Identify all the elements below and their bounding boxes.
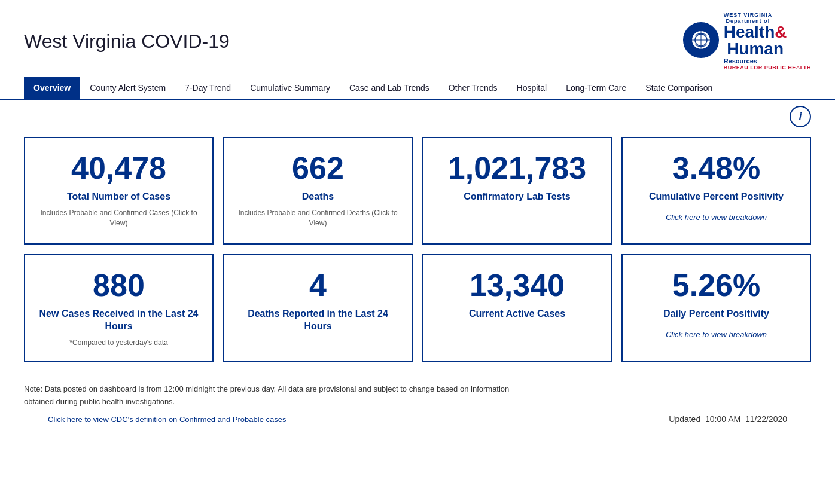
cumulative-positivity-label: Cumulative Percent Positivity bbox=[649, 191, 784, 203]
page-title: West Virginia COVID-19 bbox=[24, 30, 230, 53]
logo-area: WEST VIRGINIADepartment of Health&Human … bbox=[683, 12, 811, 71]
new-cases-sublabel: *Compared to yesterday's data bbox=[69, 338, 167, 348]
deaths-sublabel: Includes Probable and Confirmed Deaths (… bbox=[234, 208, 402, 228]
card-daily-positivity[interactable]: 5.26% Daily Percent Positivity Click her… bbox=[621, 254, 811, 362]
info-icon-row: i bbox=[0, 100, 835, 127]
header: West Virginia COVID-19 WEST VIRGINIADepa… bbox=[0, 0, 835, 77]
nav-item-cumulative-summary[interactable]: Cumulative Summary bbox=[240, 77, 340, 99]
total-cases-number: 40,478 bbox=[71, 152, 166, 184]
total-cases-sublabel: Includes Probable and Confirmed Cases (C… bbox=[35, 208, 203, 228]
resources-label: Resources bbox=[724, 57, 757, 65]
total-cases-label: Total Number of Cases bbox=[67, 191, 170, 203]
card-cumulative-positivity[interactable]: 3.48% Cumulative Percent Positivity Clic… bbox=[621, 137, 811, 245]
footer-updated: Updated 10:00 AM 11/22/2020 bbox=[645, 414, 811, 430]
cdc-link[interactable]: Click here to view CDC's definition on C… bbox=[24, 415, 310, 424]
bureau-label: BUREAU FOR PUBLIC HEALTH bbox=[724, 65, 811, 71]
logo-block: WEST VIRGINIADepartment of Health&Human … bbox=[683, 12, 811, 71]
logo-circle-icon bbox=[683, 22, 719, 58]
daily-positivity-link[interactable]: Click here to view breakdown bbox=[666, 330, 767, 339]
updated-time: 10:00 AM bbox=[705, 414, 740, 424]
card-deaths-24h: 4 Deaths Reported in the Last 24 Hours bbox=[223, 254, 413, 362]
nav-item-other-trends[interactable]: Other Trends bbox=[439, 77, 507, 99]
new-cases-label: New Cases Received in the Last 24 Hours bbox=[35, 308, 203, 333]
navigation: Overview County Alert System 7-Day Trend… bbox=[0, 77, 835, 100]
deaths-label: Deaths bbox=[302, 191, 334, 203]
lab-tests-label: Confirmatory Lab Tests bbox=[464, 191, 570, 203]
nav-item-hospital[interactable]: Hospital bbox=[507, 77, 557, 99]
active-cases-label: Current Active Cases bbox=[469, 308, 565, 320]
nav-item-case-lab-trends[interactable]: Case and Lab Trends bbox=[340, 77, 439, 99]
lab-tests-number: 1,021,783 bbox=[448, 152, 586, 184]
active-cases-number: 13,340 bbox=[470, 270, 565, 301]
daily-positivity-number: 5.26% bbox=[672, 270, 760, 301]
footer-bottom: Click here to view CDC's definition on C… bbox=[0, 414, 835, 442]
stats-grid: 40,478 Total Number of Cases Includes Pr… bbox=[0, 127, 835, 371]
card-total-cases[interactable]: 40,478 Total Number of Cases Includes Pr… bbox=[24, 137, 214, 245]
info-icon[interactable]: i bbox=[790, 106, 811, 127]
nav-item-overview[interactable]: Overview bbox=[24, 77, 80, 99]
logo-text: WEST VIRGINIADepartment of Health&Human … bbox=[724, 12, 811, 71]
wv-label: WEST VIRGINIADepartment of bbox=[724, 12, 773, 24]
cumulative-positivity-number: 3.48% bbox=[672, 152, 760, 184]
card-new-cases: 880 New Cases Received in the Last 24 Ho… bbox=[24, 254, 214, 362]
updated-label: Updated bbox=[669, 414, 700, 424]
daily-positivity-label: Daily Percent Positivity bbox=[663, 308, 769, 320]
nav-item-7day-trend[interactable]: 7-Day Trend bbox=[175, 77, 240, 99]
deaths-number: 662 bbox=[292, 152, 344, 184]
nav-item-long-term-care[interactable]: Long-Term Care bbox=[556, 77, 636, 99]
deaths-24h-label: Deaths Reported in the Last 24 Hours bbox=[234, 308, 402, 333]
card-lab-tests: 1,021,783 Confirmatory Lab Tests bbox=[422, 137, 612, 245]
cumulative-positivity-link[interactable]: Click here to view breakdown bbox=[666, 213, 767, 222]
updated-date: 11/22/2020 bbox=[745, 414, 787, 424]
footer-note: Note: Data posted on dashboard is from 1… bbox=[0, 371, 538, 414]
deaths-24h-number: 4 bbox=[309, 270, 327, 301]
health-label: Health&Human bbox=[724, 24, 787, 57]
card-deaths[interactable]: 662 Deaths Includes Probable and Confirm… bbox=[223, 137, 413, 245]
new-cases-number: 880 bbox=[93, 270, 145, 301]
nav-item-county-alert[interactable]: County Alert System bbox=[80, 77, 175, 99]
nav-item-state-comparison[interactable]: State Comparison bbox=[636, 77, 722, 99]
card-active-cases: 13,340 Current Active Cases bbox=[422, 254, 612, 362]
